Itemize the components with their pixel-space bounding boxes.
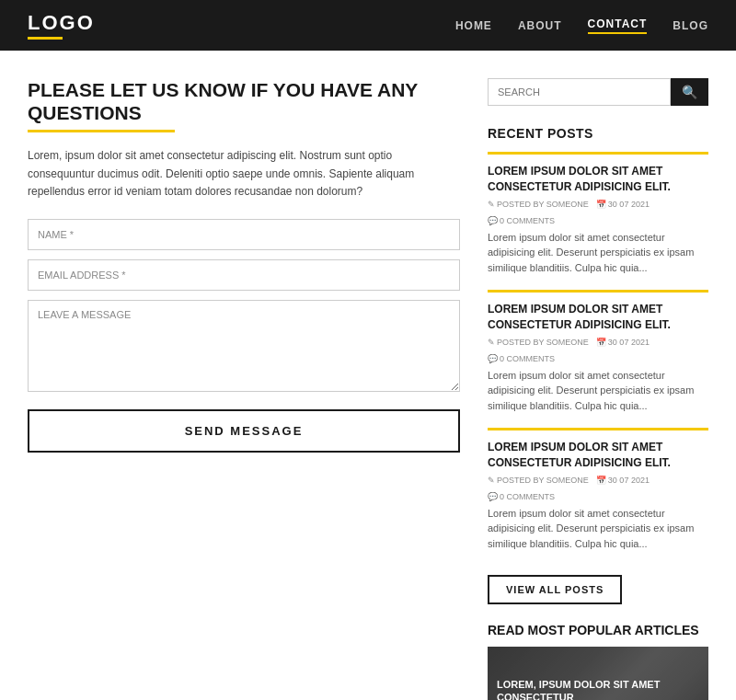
post-title[interactable]: LOREM IPSUM DOLOR SIT AMET CONSECTETUR A… xyxy=(488,440,708,471)
message-field-group xyxy=(28,300,460,395)
post-excerpt: Lorem ipsum dolor sit amet consectetur a… xyxy=(488,230,708,276)
calendar-icon: 📅 xyxy=(596,338,606,347)
post-comments: 💬 0 COMMENTS xyxy=(488,492,555,501)
contact-section: PLEASE LET US KNOW IF YOU HAVE ANY QUEST… xyxy=(28,78,460,700)
logo-underline xyxy=(28,37,63,40)
name-input[interactable] xyxy=(28,219,460,250)
message-input[interactable] xyxy=(28,300,460,392)
main-nav: HOME ABOUT CONTACT BLOG xyxy=(455,17,708,34)
page-body: PLEASE LET US KNOW IF YOU HAVE ANY QUEST… xyxy=(0,51,736,700)
contact-form: SEND MESSAGE xyxy=(28,219,460,453)
post-date: 📅 30 07 2021 xyxy=(596,476,650,485)
logo: LOGO xyxy=(28,11,95,40)
post-date: 📅 30 07 2021 xyxy=(596,338,650,347)
post-title[interactable]: LOREM IPSUM DOLOR SIT AMET CONSECTETUR A… xyxy=(488,302,708,333)
post-author: ✎ POSTED BY SOMEONE xyxy=(488,476,589,485)
nav-home[interactable]: HOME xyxy=(455,19,492,32)
article-label: LOREM, IPSUM DOLOR SIT AMET CONSECTETUR xyxy=(497,678,699,700)
calendar-icon: 📅 xyxy=(596,200,606,209)
nav-about[interactable]: ABOUT xyxy=(518,19,562,32)
email-field-group xyxy=(28,259,460,291)
comment-icon: 💬 xyxy=(488,492,498,501)
popular-article[interactable]: LOREM, IPSUM DOLOR SIT AMET CONSECTETUR xyxy=(488,647,708,700)
article-text: LOREM, IPSUM DOLOR SIT AMET CONSECTETUR xyxy=(488,671,708,700)
comment-icon: 💬 xyxy=(488,354,498,363)
post-comments: 💬 0 COMMENTS xyxy=(488,216,555,225)
sidebar: 🔍 RECENT POSTS LOREM IPSUM DOLOR SIT AME… xyxy=(488,78,708,700)
email-input[interactable] xyxy=(28,259,460,291)
post-author: ✎ POSTED BY SOMEONE xyxy=(488,338,589,347)
recent-posts-title: RECENT POSTS xyxy=(488,126,708,141)
comment-icon: 💬 xyxy=(488,216,498,225)
user-icon: ✎ xyxy=(488,476,495,485)
page-title: PLEASE LET US KNOW IF YOU HAVE ANY QUEST… xyxy=(28,78,460,124)
post-item: LOREM IPSUM DOLOR SIT AMET CONSECTETUR A… xyxy=(488,428,708,562)
post-item: LOREM IPSUM DOLOR SIT AMET CONSECTETUR A… xyxy=(488,152,708,286)
search-icon: 🔍 xyxy=(682,85,697,99)
post-date: 📅 30 07 2021 xyxy=(596,200,650,209)
post-author: ✎ POSTED BY SOMEONE xyxy=(488,200,589,209)
post-meta: ✎ POSTED BY SOMEONE 📅 30 07 2021 💬 0 COM… xyxy=(488,476,708,501)
send-button[interactable]: SEND MESSAGE xyxy=(28,409,460,453)
post-excerpt: Lorem ipsum dolor sit amet consectetur a… xyxy=(488,368,708,414)
view-all-posts-button[interactable]: VIEW ALL POSTS xyxy=(488,575,622,604)
post-comments: 💬 0 COMMENTS xyxy=(488,354,555,363)
post-meta: ✎ POSTED BY SOMEONE 📅 30 07 2021 💬 0 COM… xyxy=(488,338,708,363)
user-icon: ✎ xyxy=(488,338,495,347)
post-item: LOREM IPSUM DOLOR SIT AMET CONSECTETUR A… xyxy=(488,290,708,424)
user-icon: ✎ xyxy=(488,200,495,209)
search-button[interactable]: 🔍 xyxy=(671,78,708,106)
site-header: LOGO HOME ABOUT CONTACT BLOG xyxy=(0,0,736,51)
nav-contact[interactable]: CONTACT xyxy=(588,17,648,34)
title-underline xyxy=(28,130,175,132)
popular-articles-title: READ MOST POPULAR ARTICLES xyxy=(488,623,708,637)
nav-blog[interactable]: BLOG xyxy=(673,19,708,32)
calendar-icon: 📅 xyxy=(596,476,606,485)
name-field-group xyxy=(28,219,460,250)
search-bar: 🔍 xyxy=(488,78,708,106)
post-excerpt: Lorem ipsum dolor sit amet consectetur a… xyxy=(488,506,708,552)
search-input[interactable] xyxy=(488,78,671,106)
post-title[interactable]: LOREM IPSUM DOLOR SIT AMET CONSECTETUR A… xyxy=(488,164,708,195)
post-meta: ✎ POSTED BY SOMEONE 📅 30 07 2021 💬 0 COM… xyxy=(488,200,708,225)
page-description: Lorem, ipsum dolor sit amet consectetur … xyxy=(28,147,460,201)
